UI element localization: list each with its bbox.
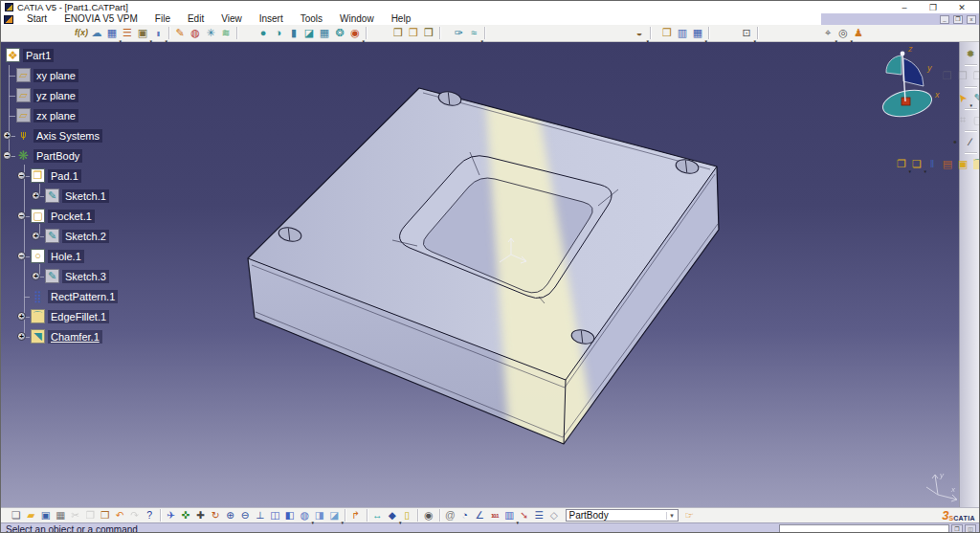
iso-view-icon[interactable]: ◧ [282,508,298,522]
formula-icon[interactable]: f(x) [74,26,89,41]
view-compass[interactable]: z y x [880,44,940,121]
chevron-down-icon[interactable]: ▾ [666,512,678,520]
paint-hand-icon[interactable]: ☞ [682,508,698,522]
pad-icon[interactable]: ❐▾ [894,156,909,171]
pointer-percent-icon[interactable]: ➘ [517,508,532,522]
shaded-edges-icon[interactable]: ◪ [301,26,317,41]
surface-layers-icon[interactable]: ≋ [218,26,234,41]
rib-icon[interactable]: ▤ [940,156,955,171]
tree-item-rectpattern-1[interactable]: RectPattern.1 [48,290,118,303]
tree-item-pocket-1[interactable]: Pocket.1 [48,210,95,223]
point-icon[interactable]: • [947,134,963,149]
pen-check-icon[interactable]: ✑ [451,26,466,41]
lock-icon[interactable]: ▣▾ [135,26,150,41]
open-folder-icon[interactable]: ▰ [24,508,39,522]
camera-icon[interactable]: ◉ [421,508,436,522]
inertia-icon[interactable]: ▯ [400,508,415,522]
viewport[interactable]: z y x y x ❖Part1▱xy plane▱yz plane▱zx pl… [1,42,980,507]
pocket-feature-icon[interactable]: ▢ [31,209,45,223]
world-analysis-icon[interactable]: ◍ [188,26,203,41]
plane-icon[interactable]: ▱ [16,68,31,82]
design-table-icon[interactable]: ▦▾ [104,26,120,41]
material-render-icon[interactable]: ◉▾ [347,26,363,41]
menu-item-start[interactable]: Start [18,13,56,24]
tree-item-part1[interactable]: Part1 [23,49,54,62]
open-book-icon[interactable]: ▥ [675,26,690,41]
cylinder-render-icon[interactable]: ▮ [286,26,301,41]
tree-item-hole-1[interactable]: Hole.1 [48,250,84,263]
plane-icon[interactable]: ▱ [16,88,31,102]
list-icon[interactable]: ☰ [532,508,547,522]
fly-mode-icon[interactable]: ✈ [164,508,179,522]
grid-snap-icon[interactable]: ▦▾ [690,26,705,41]
comment-icon[interactable]: ☁ [89,26,104,41]
menu-item-help[interactable]: Help [383,13,420,24]
sketch-tracer-icon[interactable]: ✎ [172,26,188,41]
zoom-in-icon[interactable]: ⊕ [223,508,238,522]
menu-item-enovia-v5-vpm[interactable]: ENOVIA V5 VPM [56,13,146,24]
sphere-render-icon[interactable]: ● [256,26,271,41]
columns-icon[interactable]: |||▾ [150,26,166,41]
axis-systems-icon[interactable]: ⋔ [16,128,31,143]
multi-view-icon[interactable]: ◫ [268,508,283,522]
apply-material-icon[interactable]: ◒▾ [632,26,647,41]
save-icon[interactable]: ▣ [38,508,54,522]
tree-item-yz-plane[interactable]: yz plane [33,89,78,102]
coordinates-icon[interactable]: 10.1 [487,508,502,522]
sketch-feature-icon[interactable]: ✎ [45,269,59,283]
restore-button[interactable]: ❐ [927,3,939,12]
select-arrow-icon[interactable]: ➤▾ [955,90,970,105]
tree-item-pad-1[interactable]: Pad.1 [48,169,81,183]
edgefillet-feature-icon[interactable]: ⌒ [31,309,45,323]
measure-tool-icon[interactable]: ⌖▾ [820,26,835,41]
tree-item-partbody[interactable]: PartBody [33,149,82,163]
tree-item-zx-plane[interactable]: zx plane [33,109,78,122]
part-3d-model[interactable] [248,80,719,454]
gear-analysis-icon[interactable]: ✳ [203,26,218,41]
sketch-feature-icon[interactable]: ✎ [45,189,59,203]
render-style-icon[interactable]: ◨ [312,508,327,522]
mdi-close-button[interactable]: x [967,15,976,24]
catalog-book-icon[interactable]: ❒ [659,26,675,41]
session-clock-icon[interactable]: ◔ [457,508,473,522]
pocket-icon[interactable]: ❏▾ [909,156,924,171]
tree-item-chamfer-1[interactable]: Chamfer.1 [48,330,102,344]
menu-item-window[interactable]: Window [331,13,383,24]
wave-icon[interactable]: ≈▾ [466,26,481,41]
tree-item-edgefillet-1[interactable]: EdgeFillet.1 [48,310,109,323]
new-document-icon[interactable]: ❏ [9,508,24,522]
knowledge-icon[interactable]: ◆▾ [385,508,400,522]
catalog-icon-1[interactable]: ❒ [390,26,406,41]
menu-item-file[interactable]: File [146,13,179,24]
rectpattern-feature-icon[interactable]: ⣿ [31,289,45,303]
sketch-feature-icon[interactable]: ✎ [45,229,59,243]
wireframe-box-icon[interactable]: ▦ [317,26,332,41]
print-icon[interactable]: ▦ [54,508,69,522]
update-icon[interactable]: ✹ [963,46,978,61]
menu-item-view[interactable]: View [212,13,251,24]
mdi-restore-button[interactable]: ❐ [953,15,963,24]
half-render-icon[interactable]: ◑ [271,26,286,41]
hole-icon[interactable]: ▣ [955,156,970,171]
catalog-icon-3[interactable]: ❒ [421,26,436,41]
sketcher-icon[interactable]: ✎▾ [970,90,980,105]
menu-item-insert[interactable]: Insert [251,13,292,24]
menu-item-edit[interactable]: Edit [179,13,212,24]
menu-item-tools[interactable]: Tools [292,13,331,24]
minimize-button[interactable]: – [899,3,910,12]
shaft-icon[interactable]: ‖ [924,156,940,171]
fly-through-icon[interactable]: ↱ [348,508,364,522]
chamfer-feature-icon[interactable]: ◥ [31,329,45,344]
diamond-icon[interactable]: ◇ [546,508,562,522]
mdi-minimize-button[interactable]: _ [940,15,949,24]
ruler-icon[interactable]: ↔ [370,508,386,522]
power-input-field[interactable] [779,524,949,533]
whats-this-icon[interactable]: ? [143,508,158,522]
mannequin-icon[interactable]: ♟ [851,26,866,41]
status-help-button[interactable]: ◫ [965,524,976,533]
database-icon[interactable]: ▥▾ [502,508,518,522]
normal-view-icon[interactable]: ⊥ [253,508,268,522]
partbody-icon[interactable]: ❋ [16,148,31,163]
catalog-icon-2[interactable]: ❒ [406,26,421,41]
tree-item-sketch-1[interactable]: Sketch.1 [62,189,109,203]
